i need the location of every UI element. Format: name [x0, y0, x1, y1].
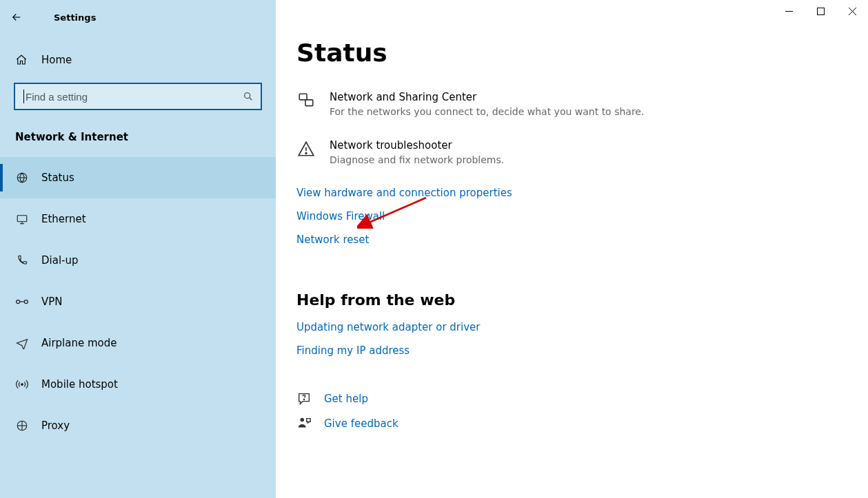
svg-rect-8: [305, 100, 313, 106]
give-feedback-row[interactable]: Give feedback: [296, 416, 847, 431]
item-title: Network troubleshooter: [330, 138, 504, 153]
get-help-icon: [296, 391, 312, 406]
sidebar-item-home[interactable]: Home: [0, 47, 276, 73]
close-icon: [849, 8, 856, 15]
svg-point-3: [17, 300, 20, 304]
item-subtitle: For the networks you connect to, decide …: [330, 105, 644, 119]
nav-item-label: Mobile hotspot: [41, 378, 118, 391]
maximize-icon: [817, 8, 825, 15]
svg-point-0: [245, 93, 250, 98]
svg-point-10: [303, 399, 304, 400]
svg-point-11: [301, 418, 305, 422]
nav-item-label: Dial-up: [41, 254, 79, 267]
svg-point-5: [21, 384, 23, 386]
sidebar-item-airplane[interactable]: Airplane mode: [0, 322, 276, 364]
svg-rect-13: [817, 8, 824, 14]
link-help-find-ip[interactable]: Finding my IP address: [296, 344, 410, 357]
proxy-icon: [15, 419, 29, 432]
category-label: Network & Internet: [0, 110, 276, 147]
hotspot-icon: [15, 378, 29, 391]
get-help-row[interactable]: Get help: [296, 391, 847, 406]
vpn-icon: [15, 297, 29, 307]
window-controls: [773, 0, 868, 22]
svg-rect-2: [17, 216, 27, 222]
item-network-sharing-center[interactable]: Network and Sharing Center For the netwo…: [296, 90, 847, 119]
sidebar-item-dialup[interactable]: Dial-up: [0, 240, 276, 281]
sidebar-item-vpn[interactable]: VPN: [0, 281, 276, 322]
back-arrow-icon: [10, 11, 23, 23]
search-input[interactable]: [23, 90, 243, 103]
airplane-icon: [15, 337, 29, 349]
globe-icon: [15, 172, 29, 184]
nav-item-label: Ethernet: [41, 213, 86, 225]
item-subtitle: Diagnose and fix network problems.: [330, 153, 504, 167]
link-network-reset[interactable]: Network reset: [296, 234, 369, 246]
monitor-icon: [15, 213, 29, 225]
get-help-link: Get help: [324, 393, 368, 405]
help-section-title: Help from the web: [296, 291, 847, 309]
search-box[interactable]: [14, 83, 262, 110]
close-button[interactable]: [836, 0, 868, 22]
nav-item-label: VPN: [41, 295, 63, 308]
sidebar-item-status[interactable]: Status: [0, 157, 276, 198]
svg-point-9: [305, 153, 307, 154]
maximize-button[interactable]: [805, 0, 836, 22]
sidebar-item-proxy[interactable]: Proxy: [0, 405, 276, 446]
link-help-update-adapter[interactable]: Updating network adapter or driver: [296, 321, 480, 333]
svg-rect-7: [299, 94, 307, 100]
give-feedback-link: Give feedback: [324, 417, 398, 430]
nav-item-label: Status: [41, 172, 74, 184]
sharing-icon: [296, 90, 316, 119]
nav-item-label: Airplane mode: [41, 337, 117, 349]
sidebar-item-hotspot[interactable]: Mobile hotspot: [0, 364, 276, 405]
feedback-icon: [296, 416, 312, 431]
minimize-button[interactable]: [773, 0, 805, 22]
back-button[interactable]: [0, 6, 33, 28]
main-content: Status Network and Sharing Center For th…: [276, 0, 868, 498]
nav-item-label: Proxy: [41, 419, 70, 432]
minimize-icon: [785, 8, 793, 15]
item-network-troubleshooter[interactable]: Network troubleshooter Diagnose and fix …: [296, 138, 847, 167]
home-icon: [15, 54, 29, 66]
search-container: [14, 83, 262, 110]
page-title: Status: [296, 39, 847, 67]
sidebar-header: Settings: [0, 0, 276, 28]
link-view-hardware[interactable]: View hardware and connection properties: [296, 187, 512, 199]
home-label: Home: [41, 54, 72, 66]
svg-point-4: [24, 300, 28, 304]
phone-icon: [15, 254, 29, 267]
sidebar: Settings Home Network & Internet: [0, 0, 276, 498]
item-title: Network and Sharing Center: [330, 90, 644, 105]
app-title: Settings: [33, 12, 96, 23]
link-windows-firewall[interactable]: Windows Firewall: [296, 210, 385, 222]
nav-list: Status Ethernet Dial-up: [0, 157, 276, 446]
sidebar-item-ethernet[interactable]: Ethernet: [0, 198, 276, 240]
warning-icon: [296, 138, 316, 167]
search-icon: [243, 91, 254, 102]
